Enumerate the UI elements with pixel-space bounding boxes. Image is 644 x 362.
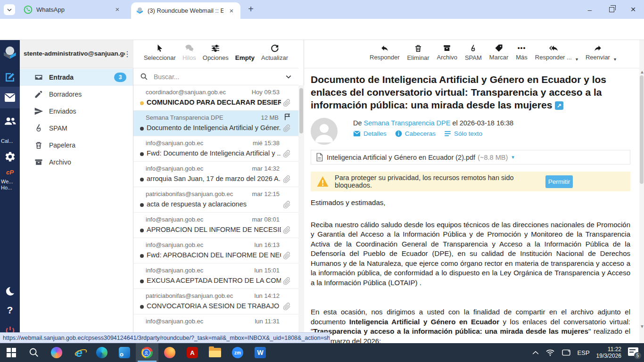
select-button[interactable]: Seleccionar: [144, 44, 176, 68]
search-options-chevron-icon[interactable]: [285, 74, 292, 80]
external-link-icon[interactable]: ↗: [555, 101, 563, 110]
contacts-button[interactable]: [0, 113, 20, 129]
sidebar-item-entrada[interactable]: Entrada 3: [20, 69, 133, 86]
spam-button[interactable]: SPAM: [465, 44, 482, 68]
threads-button[interactable]: Hilos: [182, 44, 196, 68]
taskbar-search-button[interactable]: [23, 343, 45, 362]
reply-button[interactable]: Responder: [370, 44, 400, 68]
reply-all-caret-icon[interactable]: ▾: [576, 57, 578, 62]
reply-all-button[interactable]: Responder ...: [535, 44, 572, 68]
account-email: stente-administrativo@sanjuan.gob.ec: [24, 50, 125, 57]
paragraph: Reciba nuestro cálido saludo desde los e…: [311, 220, 630, 288]
options-button[interactable]: Opciones: [203, 44, 229, 68]
firefox-button[interactable]: [158, 343, 181, 362]
minimize-button[interactable]: –: [579, 0, 601, 19]
reading-scrollbar[interactable]: ▲ ▼: [639, 40, 644, 343]
webmail-home-label[interactable]: We... Ho...: [0, 179, 13, 191]
headers-link[interactable]: Cabeceras: [395, 130, 436, 137]
trash-icon: [34, 140, 43, 150]
status-dot: [140, 178, 144, 181]
notification-center-button[interactable]: 5: [628, 347, 639, 358]
tablet-mode-icon[interactable]: [561, 349, 571, 356]
scroll-down-icon[interactable]: ▼: [640, 324, 644, 329]
settings-button[interactable]: [0, 148, 20, 165]
text-lines-icon: [444, 131, 451, 137]
app-rail: Cal... cP We... Ho... ?: [0, 40, 20, 343]
list-item[interactable]: info@sanjuan.gob.ec mar 08:01 APROBACION…: [133, 213, 298, 238]
archive-button[interactable]: Archivo: [437, 44, 457, 68]
cpanel-logo[interactable]: cP: [0, 167, 20, 177]
account-header: stente-administrativo@sanjuan.gob.ec ⋮: [20, 40, 133, 68]
scroll-up-icon[interactable]: ▲: [640, 69, 644, 74]
mail-icon: [4, 93, 16, 102]
acrobat-icon: A: [187, 347, 198, 358]
delete-button[interactable]: Eliminar: [407, 44, 429, 68]
empty-button[interactable]: Empty: [235, 44, 255, 68]
file-explorer-icon: [209, 348, 221, 357]
close-window-button[interactable]: ×: [622, 0, 644, 19]
roundcube-logo: [0, 42, 20, 63]
calendar-nav-label[interactable]: Cal...: [0, 138, 13, 144]
list-scrollbar[interactable]: ▼: [298, 85, 304, 343]
list-item-selected[interactable]: Semana Transparencia DPE 12 MB Documento…: [133, 111, 298, 136]
wifi-icon[interactable]: [545, 349, 555, 356]
firefox-icon: [164, 347, 175, 358]
sidebar-item-borradores[interactable]: Borradores: [20, 86, 133, 103]
tab-roundcube[interactable]: (3) Roundcube Webmail :: Entra ×: [131, 2, 240, 19]
allow-button[interactable]: Permitir: [545, 175, 573, 188]
zoom-button[interactable]: zm: [226, 343, 249, 362]
archive-icon: [443, 44, 451, 52]
search-input[interactable]: [154, 73, 285, 81]
attachment-caret-icon[interactable]: ▾: [512, 154, 514, 160]
plain-text-link[interactable]: Sólo texto: [444, 130, 482, 137]
forward-caret-icon[interactable]: ▾: [614, 57, 616, 62]
gear-icon: [4, 151, 16, 163]
dark-mode-button[interactable]: [0, 283, 20, 299]
acrobat-button[interactable]: A: [181, 343, 204, 362]
chrome-button-active[interactable]: [136, 343, 158, 362]
start-button[interactable]: [0, 343, 23, 362]
account-menu-kebab[interactable]: ⋮: [124, 49, 131, 58]
list-item[interactable]: info@sanjuan.gob.ec lun 16:13 Fwd: APROB…: [133, 238, 298, 263]
list-item[interactable]: info@sanjuan.gob.ec lun 15:01 EXCUSA ACE…: [133, 263, 298, 289]
compose-button[interactable]: [0, 69, 20, 85]
word-button[interactable]: W: [249, 343, 272, 362]
mail-nav-button[interactable]: [0, 87, 20, 108]
list-scrollbar-thumb[interactable]: [299, 88, 303, 133]
mark-button[interactable]: Marcar: [489, 44, 508, 68]
sidebar-item-papelera[interactable]: Papelera: [20, 137, 133, 154]
list-item[interactable]: coordinador@sanjuan.gob.ec Hoy 09:53 COM…: [133, 85, 298, 111]
clock[interactable]: 11:22 19/3/2026: [596, 346, 621, 359]
new-tab-button[interactable]: +: [245, 4, 256, 15]
roundcube-favicon: [136, 7, 144, 15]
search-bar[interactable]: [133, 68, 298, 85]
sender-link[interactable]: Semana Transparencia DPE: [364, 119, 451, 127]
tab-whatsapp[interactable]: WhatsApp ×: [19, 0, 126, 19]
language-indicator[interactable]: ESP: [578, 349, 590, 356]
list-item[interactable]: info@sanjuan.gob.ec mié 15:38 Fwd: Docum…: [133, 136, 298, 162]
reading-scrollbar-thumb[interactable]: [640, 75, 644, 184]
tab-search-button[interactable]: [4, 4, 15, 15]
close-icon[interactable]: ×: [227, 7, 236, 15]
sidebar-item-archivo[interactable]: Archivo: [20, 154, 133, 171]
attachment-bar[interactable]: Inteligencia Artificial y Género en Ecua…: [311, 150, 630, 165]
internet-explorer-button[interactable]: e: [68, 343, 91, 362]
sidebar-item-enviados[interactable]: Enviados: [20, 103, 133, 120]
copilot-button[interactable]: [45, 343, 68, 362]
update-button[interactable]: Actualizar: [261, 44, 288, 68]
restore-button[interactable]: [601, 0, 622, 19]
outlook-button[interactable]: o: [113, 343, 136, 362]
close-icon[interactable]: ×: [113, 5, 122, 14]
forward-button[interactable]: Reenviar: [586, 44, 610, 68]
more-button[interactable]: ••• Más: [516, 44, 528, 68]
tray-expand-chevron-icon[interactable]: [532, 350, 539, 355]
sidebar-item-spam[interactable]: SPAM: [20, 120, 133, 137]
list-item[interactable]: patriciabonifas@sanjuan.gob.ec mar 12:15…: [133, 187, 298, 213]
list-item[interactable]: info@sanjuan.gob.ec mar 14:32 arroquia S…: [133, 162, 298, 187]
help-button[interactable]: ?: [0, 303, 20, 317]
file-explorer-button[interactable]: [204, 343, 226, 362]
list-item[interactable]: patriciabonifas@sanjuan.gob.ec lun 14:12…: [133, 289, 298, 314]
edge-button[interactable]: [91, 343, 113, 362]
paperclip-icon: [283, 99, 291, 107]
details-link[interactable]: Detalles: [353, 130, 387, 137]
